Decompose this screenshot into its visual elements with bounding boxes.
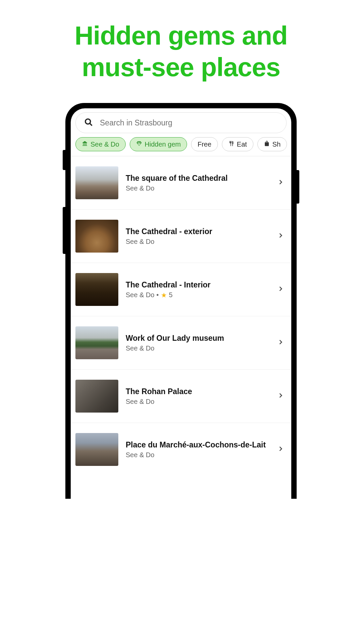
chevron-right-icon: [277, 392, 287, 400]
app-screen: Search in Strasbourg See & Do Hidden gem…: [71, 108, 291, 499]
svg-point-0: [85, 119, 90, 124]
bag-icon: [264, 141, 270, 148]
places-list[interactable]: The square of the Cathedral See & Do The…: [71, 156, 291, 499]
search-placeholder: Search in Strasbourg: [100, 118, 172, 127]
star-icon: ★: [161, 291, 167, 299]
chevron-right-icon: [277, 232, 287, 240]
chip-label: Free: [197, 141, 211, 148]
chip-hidden-gem[interactable]: Hidden gem: [130, 137, 187, 151]
place-title: The Cathedral - Interior: [126, 280, 270, 290]
place-subline: See & Do • ★ 5: [126, 291, 270, 299]
list-item[interactable]: Place du Marché-aux-Cochons-de-Lait See …: [71, 423, 291, 476]
list-item[interactable]: The Cathedral - Interior See & Do • ★ 5: [71, 263, 291, 316]
place-category: See & Do: [126, 451, 270, 459]
item-body: Work of Our Lady museum See & Do: [126, 333, 270, 352]
search-input[interactable]: Search in Strasbourg: [75, 112, 287, 133]
place-category: See & Do: [126, 398, 270, 406]
hero-line1: Hidden gems and: [74, 21, 287, 50]
list-item[interactable]: Work of Our Lady museum See & Do: [71, 316, 291, 370]
item-body: The square of the Cathedral See & Do: [126, 173, 270, 192]
chevron-right-icon: [277, 339, 287, 347]
search-container: Search in Strasbourg: [71, 108, 291, 136]
place-category: See & Do: [126, 184, 270, 192]
item-body: The Cathedral - Interior See & Do • ★ 5: [126, 280, 270, 299]
item-body: The Rohan Palace See & Do: [126, 387, 270, 406]
chip-label: Sh: [273, 141, 281, 148]
utensils-icon: [228, 141, 234, 148]
place-title: The Rohan Palace: [126, 387, 270, 396]
list-item[interactable]: The Cathedral - exterior See & Do: [71, 210, 291, 263]
place-thumbnail: [75, 220, 118, 253]
hero-line2: must-see places: [82, 52, 280, 82]
place-thumbnail: [75, 273, 118, 306]
chevron-right-icon: [277, 285, 287, 293]
place-rating: 5: [169, 291, 173, 299]
chip-eat[interactable]: Eat: [222, 137, 253, 151]
item-body: The Cathedral - exterior See & Do: [126, 227, 270, 246]
chip-see-and-do[interactable]: See & Do: [75, 137, 126, 151]
search-icon: [84, 117, 93, 128]
place-thumbnail: [75, 326, 118, 359]
phone-frame: Search in Strasbourg See & Do Hidden gem…: [65, 103, 297, 499]
hero-title: Hidden gems and must-see places: [44, 0, 318, 103]
chip-free[interactable]: Free: [191, 137, 218, 151]
place-title: Work of Our Lady museum: [126, 333, 270, 343]
svg-line-1: [90, 123, 92, 125]
place-category: See & Do: [126, 291, 155, 299]
chip-label: See & Do: [90, 141, 119, 148]
filter-chips: See & Do Hidden gem Free Eat: [71, 136, 291, 156]
place-thumbnail: [75, 380, 118, 413]
list-item[interactable]: The square of the Cathedral See & Do: [71, 156, 291, 210]
place-category: See & Do: [126, 344, 270, 352]
place-thumbnail: [75, 433, 118, 466]
chip-label: Eat: [237, 141, 247, 148]
place-title: Place du Marché-aux-Cochons-de-Lait: [126, 440, 270, 450]
gem-icon: [136, 141, 142, 148]
chip-shop[interactable]: Sh: [257, 137, 287, 151]
separator-dot: •: [157, 291, 159, 299]
list-item[interactable]: The Rohan Palace See & Do: [71, 370, 291, 423]
chevron-right-icon: [277, 179, 287, 187]
chevron-right-icon: [277, 445, 287, 453]
item-body: Place du Marché-aux-Cochons-de-Lait See …: [126, 440, 270, 459]
chip-label: Hidden gem: [145, 141, 181, 148]
building-icon: [82, 141, 88, 148]
place-title: The Cathedral - exterior: [126, 227, 270, 236]
place-category: See & Do: [126, 238, 270, 246]
place-title: The square of the Cathedral: [126, 173, 270, 183]
place-thumbnail: [75, 166, 118, 199]
